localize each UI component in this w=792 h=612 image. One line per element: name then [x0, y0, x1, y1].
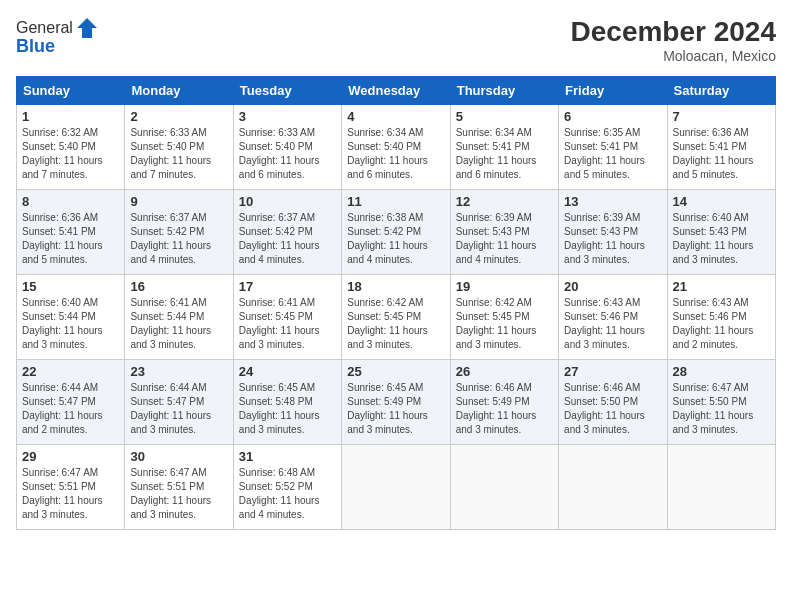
day-number: 22 — [22, 364, 119, 379]
day-number: 8 — [22, 194, 119, 209]
day-info: Sunrise: 6:36 AM Sunset: 5:41 PM Dayligh… — [673, 126, 770, 182]
calendar-cell: 24Sunrise: 6:45 AM Sunset: 5:48 PM Dayli… — [233, 360, 341, 445]
day-info: Sunrise: 6:47 AM Sunset: 5:51 PM Dayligh… — [130, 466, 227, 522]
weekday-header: Wednesday — [342, 77, 450, 105]
weekday-header: Thursday — [450, 77, 558, 105]
day-number: 3 — [239, 109, 336, 124]
day-info: Sunrise: 6:37 AM Sunset: 5:42 PM Dayligh… — [239, 211, 336, 267]
calendar-cell: 19Sunrise: 6:42 AM Sunset: 5:45 PM Dayli… — [450, 275, 558, 360]
calendar-cell: 11Sunrise: 6:38 AM Sunset: 5:42 PM Dayli… — [342, 190, 450, 275]
day-info: Sunrise: 6:39 AM Sunset: 5:43 PM Dayligh… — [456, 211, 553, 267]
day-info: Sunrise: 6:43 AM Sunset: 5:46 PM Dayligh… — [564, 296, 661, 352]
calendar-cell: 28Sunrise: 6:47 AM Sunset: 5:50 PM Dayli… — [667, 360, 775, 445]
day-number: 4 — [347, 109, 444, 124]
calendar-cell: 16Sunrise: 6:41 AM Sunset: 5:44 PM Dayli… — [125, 275, 233, 360]
calendar-cell: 30Sunrise: 6:47 AM Sunset: 5:51 PM Dayli… — [125, 445, 233, 530]
day-number: 20 — [564, 279, 661, 294]
weekday-header: Tuesday — [233, 77, 341, 105]
calendar-week-row: 1Sunrise: 6:32 AM Sunset: 5:40 PM Daylig… — [17, 105, 776, 190]
day-number: 7 — [673, 109, 770, 124]
day-info: Sunrise: 6:34 AM Sunset: 5:41 PM Dayligh… — [456, 126, 553, 182]
day-info: Sunrise: 6:45 AM Sunset: 5:49 PM Dayligh… — [347, 381, 444, 437]
day-info: Sunrise: 6:42 AM Sunset: 5:45 PM Dayligh… — [456, 296, 553, 352]
weekday-header: Sunday — [17, 77, 125, 105]
weekday-header: Friday — [559, 77, 667, 105]
day-number: 27 — [564, 364, 661, 379]
day-info: Sunrise: 6:39 AM Sunset: 5:43 PM Dayligh… — [564, 211, 661, 267]
day-info: Sunrise: 6:47 AM Sunset: 5:50 PM Dayligh… — [673, 381, 770, 437]
calendar-header-row: SundayMondayTuesdayWednesdayThursdayFrid… — [17, 77, 776, 105]
calendar-cell: 25Sunrise: 6:45 AM Sunset: 5:49 PM Dayli… — [342, 360, 450, 445]
calendar-week-row: 29Sunrise: 6:47 AM Sunset: 5:51 PM Dayli… — [17, 445, 776, 530]
day-info: Sunrise: 6:38 AM Sunset: 5:42 PM Dayligh… — [347, 211, 444, 267]
day-info: Sunrise: 6:43 AM Sunset: 5:46 PM Dayligh… — [673, 296, 770, 352]
calendar-week-row: 8Sunrise: 6:36 AM Sunset: 5:41 PM Daylig… — [17, 190, 776, 275]
day-info: Sunrise: 6:45 AM Sunset: 5:48 PM Dayligh… — [239, 381, 336, 437]
day-number: 5 — [456, 109, 553, 124]
day-info: Sunrise: 6:42 AM Sunset: 5:45 PM Dayligh… — [347, 296, 444, 352]
page-header: General Blue December 2024 Moloacan, Mex… — [16, 16, 776, 64]
day-info: Sunrise: 6:44 AM Sunset: 5:47 PM Dayligh… — [22, 381, 119, 437]
day-info: Sunrise: 6:36 AM Sunset: 5:41 PM Dayligh… — [22, 211, 119, 267]
day-number: 19 — [456, 279, 553, 294]
day-info: Sunrise: 6:33 AM Sunset: 5:40 PM Dayligh… — [239, 126, 336, 182]
calendar-cell: 2Sunrise: 6:33 AM Sunset: 5:40 PM Daylig… — [125, 105, 233, 190]
day-number: 12 — [456, 194, 553, 209]
calendar-cell: 1Sunrise: 6:32 AM Sunset: 5:40 PM Daylig… — [17, 105, 125, 190]
day-number: 14 — [673, 194, 770, 209]
day-info: Sunrise: 6:47 AM Sunset: 5:51 PM Dayligh… — [22, 466, 119, 522]
calendar-cell: 18Sunrise: 6:42 AM Sunset: 5:45 PM Dayli… — [342, 275, 450, 360]
day-number: 10 — [239, 194, 336, 209]
day-info: Sunrise: 6:41 AM Sunset: 5:45 PM Dayligh… — [239, 296, 336, 352]
logo-icon — [75, 16, 99, 40]
day-number: 17 — [239, 279, 336, 294]
day-info: Sunrise: 6:33 AM Sunset: 5:40 PM Dayligh… — [130, 126, 227, 182]
day-number: 26 — [456, 364, 553, 379]
calendar-cell: 23Sunrise: 6:44 AM Sunset: 5:47 PM Dayli… — [125, 360, 233, 445]
day-info: Sunrise: 6:48 AM Sunset: 5:52 PM Dayligh… — [239, 466, 336, 522]
day-info: Sunrise: 6:46 AM Sunset: 5:50 PM Dayligh… — [564, 381, 661, 437]
logo: General Blue — [16, 16, 99, 57]
day-number: 6 — [564, 109, 661, 124]
day-info: Sunrise: 6:40 AM Sunset: 5:44 PM Dayligh… — [22, 296, 119, 352]
day-info: Sunrise: 6:46 AM Sunset: 5:49 PM Dayligh… — [456, 381, 553, 437]
location: Moloacan, Mexico — [571, 48, 776, 64]
title-section: December 2024 Moloacan, Mexico — [571, 16, 776, 64]
calendar-cell — [342, 445, 450, 530]
weekday-header: Saturday — [667, 77, 775, 105]
calendar-cell: 20Sunrise: 6:43 AM Sunset: 5:46 PM Dayli… — [559, 275, 667, 360]
day-number: 29 — [22, 449, 119, 464]
day-number: 28 — [673, 364, 770, 379]
day-info: Sunrise: 6:44 AM Sunset: 5:47 PM Dayligh… — [130, 381, 227, 437]
day-number: 30 — [130, 449, 227, 464]
day-info: Sunrise: 6:41 AM Sunset: 5:44 PM Dayligh… — [130, 296, 227, 352]
day-number: 9 — [130, 194, 227, 209]
calendar-cell: 27Sunrise: 6:46 AM Sunset: 5:50 PM Dayli… — [559, 360, 667, 445]
logo-general-text: General — [16, 19, 73, 37]
calendar-cell: 15Sunrise: 6:40 AM Sunset: 5:44 PM Dayli… — [17, 275, 125, 360]
day-number: 21 — [673, 279, 770, 294]
day-number: 31 — [239, 449, 336, 464]
day-info: Sunrise: 6:32 AM Sunset: 5:40 PM Dayligh… — [22, 126, 119, 182]
day-info: Sunrise: 6:35 AM Sunset: 5:41 PM Dayligh… — [564, 126, 661, 182]
calendar-cell: 8Sunrise: 6:36 AM Sunset: 5:41 PM Daylig… — [17, 190, 125, 275]
calendar-week-row: 22Sunrise: 6:44 AM Sunset: 5:47 PM Dayli… — [17, 360, 776, 445]
calendar-cell: 26Sunrise: 6:46 AM Sunset: 5:49 PM Dayli… — [450, 360, 558, 445]
day-number: 24 — [239, 364, 336, 379]
day-number: 11 — [347, 194, 444, 209]
day-number: 15 — [22, 279, 119, 294]
day-info: Sunrise: 6:40 AM Sunset: 5:43 PM Dayligh… — [673, 211, 770, 267]
calendar-cell — [450, 445, 558, 530]
day-info: Sunrise: 6:37 AM Sunset: 5:42 PM Dayligh… — [130, 211, 227, 267]
day-number: 16 — [130, 279, 227, 294]
calendar-cell: 14Sunrise: 6:40 AM Sunset: 5:43 PM Dayli… — [667, 190, 775, 275]
calendar-cell: 22Sunrise: 6:44 AM Sunset: 5:47 PM Dayli… — [17, 360, 125, 445]
svg-marker-0 — [77, 18, 97, 38]
calendar-week-row: 15Sunrise: 6:40 AM Sunset: 5:44 PM Dayli… — [17, 275, 776, 360]
calendar-cell: 12Sunrise: 6:39 AM Sunset: 5:43 PM Dayli… — [450, 190, 558, 275]
calendar-cell: 4Sunrise: 6:34 AM Sunset: 5:40 PM Daylig… — [342, 105, 450, 190]
day-number: 25 — [347, 364, 444, 379]
month-title: December 2024 — [571, 16, 776, 48]
calendar-table: SundayMondayTuesdayWednesdayThursdayFrid… — [16, 76, 776, 530]
calendar-cell: 13Sunrise: 6:39 AM Sunset: 5:43 PM Dayli… — [559, 190, 667, 275]
